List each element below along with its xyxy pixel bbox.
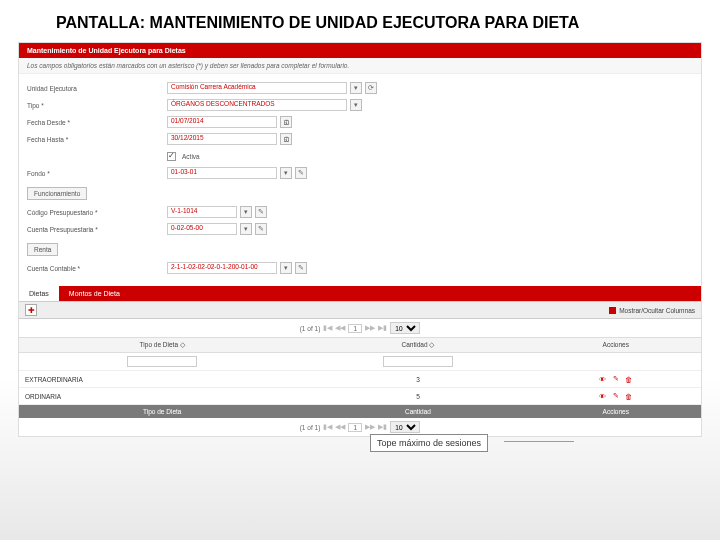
- activa-checkbox[interactable]: [167, 152, 176, 161]
- chevron-down-icon[interactable]: ▾: [350, 82, 362, 94]
- filter-cant-input[interactable]: [383, 356, 453, 367]
- chevron-down-icon[interactable]: ▾: [350, 99, 362, 111]
- cell-tipo: ORDINARIA: [19, 390, 305, 403]
- edit-icon[interactable]: ✎: [255, 223, 267, 235]
- filter-row: [19, 353, 701, 371]
- pager-size-select[interactable]: 10: [390, 322, 420, 334]
- label-cuentacont: Cuenta Contable *: [27, 265, 167, 272]
- sort-icon[interactable]: ◇: [429, 341, 434, 348]
- toggle-columns-label: Mostrar/Ocultar Columnas: [619, 307, 695, 314]
- col-cant-label[interactable]: Cantidad: [402, 341, 428, 348]
- calendar-icon[interactable]: 🗓: [280, 133, 292, 145]
- pager-page-input[interactable]: 1: [348, 324, 362, 333]
- filter-tipo-input[interactable]: [127, 356, 197, 367]
- pager-prev-icon[interactable]: ◀◀: [335, 324, 345, 332]
- label-cuentapres: Cuenta Presupuestaria *: [27, 226, 167, 233]
- pager-last-icon[interactable]: ▶▮: [378, 423, 387, 431]
- app-frame: Mantenimiento de Unidad Ejecutora para D…: [18, 42, 702, 437]
- tab-montos[interactable]: Montos de Dieta: [59, 286, 130, 301]
- label-fondo: Fondo *: [27, 170, 167, 177]
- edit-icon[interactable]: ✎: [611, 374, 621, 384]
- pager-info: (1 of 1): [300, 325, 321, 332]
- slide-title: PANTALLA: MANTENIMIENTO DE UNIDAD EJECUT…: [0, 0, 720, 42]
- pager-info: (1 of 1): [300, 424, 321, 431]
- table-footer: Tipo de Dieta Cantidad Acciones: [19, 405, 701, 418]
- col-tipo-label[interactable]: Tipo de Dieta: [140, 341, 178, 348]
- label-codpres: Código Presupuestario *: [27, 209, 167, 216]
- table-header: Tipo de Dieta ◇ Cantidad ◇ Acciones: [19, 337, 701, 353]
- cuentacont-select[interactable]: 2-1-1-02-02-02-0-1-200-01-00: [167, 262, 277, 274]
- pager-last-icon[interactable]: ▶▮: [378, 324, 387, 332]
- fondo-select[interactable]: 01-03-01: [167, 167, 277, 179]
- view-icon[interactable]: 👁: [598, 391, 608, 401]
- cell-tipo: EXTRAORDINARIA: [19, 373, 305, 386]
- delete-icon[interactable]: 🗑: [624, 374, 634, 384]
- chevron-down-icon[interactable]: ▾: [280, 167, 292, 179]
- pager-prev-icon[interactable]: ◀◀: [335, 423, 345, 431]
- pager-size-select[interactable]: 10: [390, 421, 420, 433]
- sort-icon[interactable]: ◇: [180, 341, 185, 348]
- cell-cant: 3: [305, 373, 530, 386]
- label-activa: Activa: [182, 153, 200, 160]
- edit-icon[interactable]: ✎: [295, 262, 307, 274]
- delete-icon[interactable]: 🗑: [624, 391, 634, 401]
- square-icon: [609, 307, 616, 314]
- tab-dietas[interactable]: Dietas: [19, 286, 59, 301]
- codpres-select[interactable]: V-1-1014: [167, 206, 237, 218]
- edit-icon[interactable]: ✎: [295, 167, 307, 179]
- pager-first-icon[interactable]: ▮◀: [323, 423, 332, 431]
- chevron-down-icon[interactable]: ▾: [280, 262, 292, 274]
- pager-next-icon[interactable]: ▶▶: [365, 324, 375, 332]
- chevron-down-icon[interactable]: ▾: [240, 223, 252, 235]
- label-fecha-desde: Fecha Desde *: [27, 119, 167, 126]
- refresh-icon[interactable]: ⟳: [365, 82, 377, 94]
- add-row-button[interactable]: ✚: [25, 304, 37, 316]
- fecha-hasta-input[interactable]: 30/12/2015: [167, 133, 277, 145]
- cuentapres-select[interactable]: 0-02-05-00: [167, 223, 237, 235]
- pager-next-icon[interactable]: ▶▶: [365, 423, 375, 431]
- form-area: Unidad Ejecutora Comisión Carrera Académ…: [19, 74, 701, 282]
- chevron-down-icon[interactable]: ▾: [240, 206, 252, 218]
- footer-col-acc: Acciones: [530, 405, 701, 418]
- cell-cant: 5: [305, 390, 530, 403]
- calendar-icon[interactable]: 🗓: [280, 116, 292, 128]
- edit-icon[interactable]: ✎: [611, 391, 621, 401]
- footer-col-cant: Cantidad: [305, 405, 530, 418]
- table-row: EXTRAORDINARIA 3 👁 ✎ 🗑: [19, 371, 701, 388]
- section-renta[interactable]: Renta: [27, 243, 58, 256]
- callout-connector: [504, 441, 574, 442]
- pager-bottom: (1 of 1) ▮◀ ◀◀ 1 ▶▶ ▶▮ 10: [19, 418, 701, 436]
- col-acc-label: Acciones: [530, 338, 701, 352]
- unidad-select[interactable]: Comisión Carrera Académica: [167, 82, 347, 94]
- tab-bar: Dietas Montos de Dieta: [19, 286, 701, 301]
- pager-top: (1 of 1) ▮◀ ◀◀ 1 ▶▶ ▶▮ 10: [19, 319, 701, 337]
- view-icon[interactable]: 👁: [598, 374, 608, 384]
- edit-icon[interactable]: ✎: [255, 206, 267, 218]
- panel-header: Mantenimiento de Unidad Ejecutora para D…: [19, 43, 701, 58]
- label-fecha-hasta: Fecha Hasta *: [27, 136, 167, 143]
- pager-page-input[interactable]: 1: [348, 423, 362, 432]
- section-funcionamiento[interactable]: Funcionamiento: [27, 187, 87, 200]
- table-toolbar: ✚ Mostrar/Ocultar Columnas: [19, 301, 701, 319]
- help-text: Los campos obligatorios están marcados c…: [19, 58, 701, 74]
- callout-tope: Tope máximo de sesiones: [370, 434, 488, 452]
- table-row: ORDINARIA 5 👁 ✎ 🗑: [19, 388, 701, 405]
- pager-first-icon[interactable]: ▮◀: [323, 324, 332, 332]
- toggle-columns[interactable]: Mostrar/Ocultar Columnas: [609, 307, 695, 314]
- tipo-select[interactable]: ÓRGANOS DESCONCENTRADOS: [167, 99, 347, 111]
- label-unidad: Unidad Ejecutora: [27, 85, 167, 92]
- footer-col-tipo: Tipo de Dieta: [19, 405, 305, 418]
- fecha-desde-input[interactable]: 01/07/2014: [167, 116, 277, 128]
- label-tipo: Tipo *: [27, 102, 167, 109]
